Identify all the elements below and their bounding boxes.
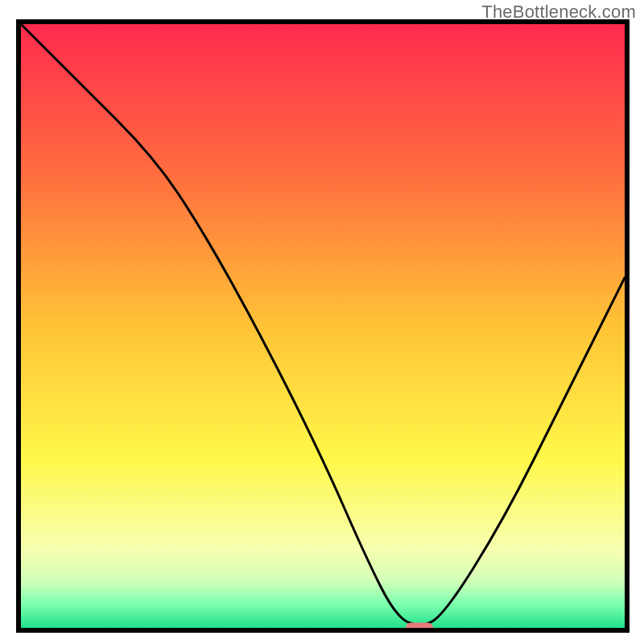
bottleneck-curve-line — [21, 24, 625, 625]
curve-svg — [21, 24, 625, 628]
chart-frame — [16, 19, 630, 633]
watermark-label: TheBottleneck.com — [481, 2, 636, 23]
optimal-point-marker — [406, 623, 433, 634]
